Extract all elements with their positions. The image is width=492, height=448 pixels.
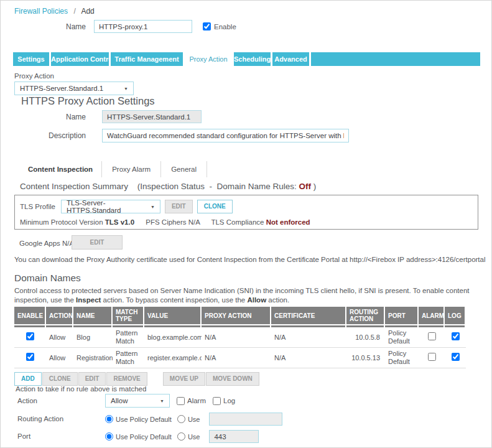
tab-proxy-action[interactable]: Proxy Action: [185, 52, 232, 66]
tls-profile-selected-value: TLS-Server-HTTPS.Standard: [67, 199, 146, 214]
routing-action-controls: Use Policy Default Use: [105, 413, 282, 426]
domain-rules-table: ENABLE ACTION NAME MATCH TYPE VALUE PROX…: [14, 307, 466, 368]
cell-action: Allow: [46, 348, 73, 368]
inspection-status-close: ): [311, 182, 316, 191]
tls-clone-button[interactable]: CLONE: [197, 200, 233, 213]
tls-profile-panel: TLS Profile TLS-Server-HTTPS.Standard ▼ …: [14, 195, 478, 230]
cell-match-type: Pattern Match: [113, 348, 144, 368]
port-use-label: Use: [188, 433, 200, 441]
cell-certificate: N/A: [271, 327, 346, 348]
col-enable: ENABLE: [14, 307, 46, 324]
tls-compliance-label: TLS Compliance: [211, 218, 266, 226]
cell-name: Registration: [73, 348, 113, 368]
tab-advanced[interactable]: Advanced: [272, 52, 309, 66]
port-custom-input[interactable]: [209, 430, 259, 443]
action-name-row: Name: [14, 110, 202, 123]
breadcrumb-separator: /: [73, 7, 75, 16]
policy-name-input[interactable]: [94, 20, 192, 33]
subtab-general[interactable]: General: [161, 166, 207, 173]
clone-button[interactable]: CLONE: [42, 372, 78, 386]
col-action: ACTION: [46, 307, 73, 324]
col-certificate: CERTIFICATE: [271, 307, 346, 324]
domain-names-heading: Domain Names: [14, 273, 81, 284]
col-value: VALUE: [144, 307, 202, 324]
port-use-custom-radio[interactable]: [177, 432, 185, 441]
routing-custom-input[interactable]: [209, 413, 282, 426]
routing-use-policy-default-label: Use Policy Default: [116, 416, 172, 423]
policy-name-label: Name: [14, 22, 86, 31]
move-up-button[interactable]: MOVE UP: [163, 372, 205, 386]
breadcrumb: Firewall Policies / Add: [14, 7, 95, 16]
subtab-proxy-alarm[interactable]: Proxy Alarm: [102, 166, 160, 173]
default-action-select[interactable]: Allow ▼: [105, 394, 170, 408]
proxy-action-select[interactable]: HTTPS-Server.Standard.1 ▼: [14, 82, 134, 95]
cell-port: Policy Default: [385, 348, 419, 368]
cell-port: Policy Default: [385, 327, 419, 348]
cell-certificate: N/A: [271, 348, 346, 368]
cell-action: Allow: [46, 327, 73, 348]
table-row-registration[interactable]: Allow Registration Pattern Match registe…: [14, 348, 466, 368]
tls-profile-select[interactable]: TLS-Server-HTTPS.Standard ▼: [61, 200, 160, 213]
col-match-type: MATCH TYPE: [113, 307, 144, 324]
add-button[interactable]: ADD: [14, 372, 42, 386]
table-row-blog[interactable]: Allow Blog Pattern Match blog.example.co…: [14, 327, 466, 348]
action-description-row: Description: [14, 129, 349, 142]
routing-use-label: Use: [188, 416, 200, 423]
min-protocol-label: Minimum Protocol Version: [20, 218, 105, 226]
tab-traffic-management[interactable]: Traffic Management: [111, 52, 183, 66]
action-description-label: Description: [14, 131, 86, 140]
google-apps-label: Google Apps N/A: [19, 240, 74, 247]
col-log: LOG: [445, 307, 466, 324]
tls-edit-button[interactable]: EDIT: [165, 200, 193, 213]
routing-use-custom-radio[interactable]: [177, 415, 185, 423]
action-description-input[interactable]: [102, 129, 349, 142]
google-apps-edit-button[interactable]: EDIT: [72, 235, 123, 250]
tab-application-control[interactable]: Application Control: [51, 52, 109, 66]
breadcrumb-current: Add: [81, 7, 94, 16]
routing-action-label: Routing Action: [17, 415, 63, 422]
routing-use-policy-default-radio[interactable]: [105, 415, 113, 423]
tab-bar: Settings Application Control Traffic Man…: [13, 52, 480, 66]
row-log-checkbox[interactable]: [452, 332, 460, 340]
row-log-checkbox[interactable]: [452, 353, 460, 361]
row-enable-checkbox[interactable]: [26, 353, 34, 361]
col-name: NAME: [73, 307, 113, 324]
port-use-policy-default-radio[interactable]: [105, 432, 113, 441]
cell-proxy-action: N/A: [202, 348, 271, 368]
default-log-checkbox[interactable]: [213, 397, 221, 405]
tls-profile-label: TLS Profile: [20, 203, 55, 210]
row-alarm-checkbox[interactable]: [428, 353, 436, 361]
edit-button[interactable]: EDIT: [78, 372, 106, 386]
col-alarm: ALARM: [419, 307, 445, 324]
subtab-content-inspection[interactable]: Content Inspection: [19, 166, 101, 173]
proxy-action-settings-heading: HTTPS Proxy Action Settings: [21, 95, 155, 107]
default-action-controls: Allow ▼ Alarm Log: [105, 394, 235, 408]
dropdown-arrow-icon: ▼: [124, 86, 128, 91]
default-action-selected-value: Allow: [111, 397, 128, 404]
row-alarm-checkbox[interactable]: [428, 332, 436, 340]
action-name-input: [102, 110, 202, 123]
no-rule-note: Action to take if no rule above is match…: [16, 385, 146, 393]
enable-checkbox[interactable]: [203, 22, 211, 30]
subtab-divider: [207, 161, 207, 177]
row-enable-checkbox[interactable]: [26, 332, 34, 340]
port-controls: Use Policy Default Use: [105, 430, 259, 443]
tls-compliance-value: Not enforced: [266, 218, 310, 226]
port-use-policy-default-label: Use Policy Default: [116, 433, 172, 441]
col-port: PORT: [385, 307, 419, 324]
tls-profile-summary: Minimum Protocol Version TLS v1.0 PFS Ci…: [20, 218, 310, 226]
move-down-button[interactable]: MOVE DOWN: [206, 372, 259, 386]
remove-button[interactable]: REMOVE: [106, 372, 147, 386]
default-alarm-checkbox[interactable]: [177, 397, 185, 405]
tab-scheduling[interactable]: Scheduling: [234, 52, 271, 66]
cell-value: blog.example.com: [144, 327, 202, 348]
tab-settings[interactable]: Settings: [13, 52, 49, 66]
domain-name-rules-status: Off: [299, 182, 311, 191]
domain-names-desc-part2: action. To bypass content inspection, us…: [101, 296, 247, 304]
dropdown-arrow-icon: ▼: [151, 205, 155, 209]
breadcrumb-link-firewall-policies[interactable]: Firewall Policies: [14, 7, 68, 16]
tab-bar-filler: [311, 52, 480, 66]
port-label: Port: [17, 432, 30, 440]
cell-name: Blog: [73, 327, 113, 348]
policy-name-row: Name Enable: [14, 20, 236, 33]
